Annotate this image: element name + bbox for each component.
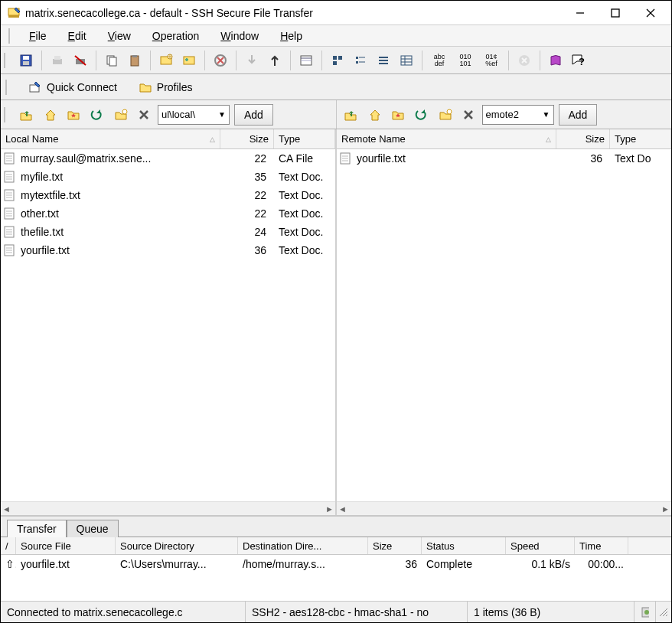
folder-icon (139, 80, 152, 94)
large-icons-icon[interactable] (327, 50, 348, 71)
menu-file[interactable]: File (18, 28, 57, 44)
small-icons-icon[interactable] (350, 50, 371, 71)
col-source-file[interactable]: Source File (16, 537, 116, 554)
transfer-speed: 0.1 kB/s (506, 558, 575, 570)
refresh-icon[interactable] (410, 104, 432, 126)
svg-rect-34 (401, 56, 412, 65)
print-icon[interactable] (47, 50, 68, 71)
file-row[interactable]: thefile.txt24Text Doc. (1, 223, 335, 241)
new-folder-icon[interactable] (110, 104, 132, 126)
col-remote-type[interactable]: Type (610, 129, 671, 148)
col-source-dir[interactable]: Source Directory (116, 537, 238, 554)
svg-point-41 (122, 109, 127, 114)
file-row[interactable]: myfile.txt35Text Doc. (1, 168, 335, 186)
quick-connect-button[interactable]: Quick Connect (20, 77, 126, 98)
ascii-mode-icon[interactable]: abcdef (427, 50, 452, 71)
file-type: Text Doc. (274, 207, 335, 220)
col-speed[interactable]: Speed (506, 537, 575, 554)
delete-icon[interactable] (133, 104, 155, 126)
favorites-icon[interactable] (387, 104, 409, 126)
auto-mode-icon[interactable]: 01¢%ef (479, 50, 504, 71)
delete-icon[interactable] (458, 104, 479, 126)
copy-icon[interactable] (101, 50, 122, 71)
col-status[interactable]: Status (422, 537, 506, 554)
download-icon[interactable] (241, 50, 263, 71)
save-icon[interactable] (15, 50, 37, 71)
col-size[interactable]: Size (368, 537, 422, 554)
menu-operation[interactable]: Operation (142, 28, 210, 44)
up-folder-icon[interactable] (15, 104, 37, 126)
up-folder-icon[interactable] (340, 104, 361, 126)
app-icon (7, 6, 21, 20)
col-dest-dir[interactable]: Destination Dire... (238, 537, 368, 554)
col-local-size[interactable]: Size (220, 129, 274, 148)
details-view-icon[interactable] (295, 50, 317, 71)
transfer-time: 00:00... (575, 558, 628, 570)
file-row[interactable]: other.txt22Text Doc. (1, 204, 335, 223)
home-icon[interactable] (40, 104, 61, 126)
col-direction[interactable]: / (1, 537, 16, 554)
svg-rect-25 (338, 56, 342, 60)
remote-add-button[interactable]: Add (559, 104, 598, 126)
menu-view[interactable]: View (97, 28, 142, 44)
transfer-source-dir: C:\Users\murray... (116, 558, 238, 570)
print-preview-icon[interactable] (70, 50, 91, 71)
col-remote-size[interactable]: Size (556, 129, 610, 148)
remote-panel: Remote Name △ Size Type yourfile.txt36Te… (337, 129, 671, 515)
menu-edit[interactable]: Edit (57, 28, 97, 44)
dropdown-arrow-icon[interactable]: ▼ (541, 110, 552, 119)
resize-grip[interactable] (656, 607, 671, 618)
remote-file-list[interactable]: yourfile.txt36Text Do (337, 149, 671, 501)
col-remote-name[interactable]: Remote Name △ (337, 129, 556, 148)
help-book-icon[interactable] (545, 50, 566, 71)
menu-help[interactable]: Help (269, 28, 313, 44)
file-row[interactable]: yourfile.txt36Text Do (337, 149, 671, 168)
maximize-button[interactable] (598, 2, 633, 24)
close-button[interactable] (633, 2, 668, 24)
details-icon[interactable] (396, 50, 417, 71)
upload-icon[interactable] (264, 50, 285, 71)
transfer-direction-icon: ⇧ (1, 558, 16, 570)
menu-bar: FileEditViewOperationWindowHelp (1, 25, 671, 47)
toolbar-grip[interactable] (8, 28, 12, 44)
file-row[interactable]: mytextfile.txt22Text Doc. (1, 186, 335, 204)
transfer-headers: / Source File Source Directory Destinati… (1, 537, 671, 555)
new-terminal-icon[interactable] (155, 50, 177, 71)
toolbar-grip[interactable] (5, 80, 9, 95)
tab-transfer[interactable]: Transfer (7, 520, 67, 537)
dropdown-arrow-icon[interactable]: ▼ (217, 110, 227, 119)
stop-icon[interactable] (514, 50, 535, 71)
local-file-list[interactable]: murray.saul@matrix.sene...22CA Filemyfil… (1, 149, 335, 501)
transfer-list[interactable]: ⇧yourfile.txtC:\Users\murray.../home/mur… (1, 555, 671, 601)
col-local-name[interactable]: Local Name △ (1, 129, 220, 148)
whats-this-icon[interactable]: ? (568, 50, 589, 71)
new-folder-icon[interactable] (435, 104, 456, 126)
home-icon[interactable] (364, 104, 386, 126)
col-local-type[interactable]: Type (274, 129, 335, 148)
toolbar-grip[interactable] (4, 53, 8, 68)
local-path-combo[interactable]: ul\local\ ▼ (158, 105, 230, 125)
local-scrollbar[interactable]: ◄► (1, 501, 335, 515)
svg-rect-16 (132, 55, 137, 57)
tab-queue[interactable]: Queue (67, 520, 119, 537)
favorites-icon[interactable] (63, 104, 84, 126)
disconnect-icon[interactable] (210, 50, 231, 71)
toolbar-grip[interactable] (4, 107, 8, 122)
new-file-transfer-icon[interactable] (178, 50, 200, 71)
binary-mode-icon[interactable]: 010101 (453, 50, 478, 71)
refresh-icon[interactable] (86, 104, 107, 126)
file-row[interactable]: yourfile.txt36Text Doc. (1, 241, 335, 259)
minimize-button[interactable] (563, 2, 598, 24)
col-time[interactable]: Time (575, 537, 628, 554)
transfer-row[interactable]: ⇧yourfile.txtC:\Users\murray.../home/mur… (1, 555, 671, 573)
menu-window[interactable]: Window (210, 28, 269, 44)
file-row[interactable]: murray.saul@matrix.sene...22CA File (1, 149, 335, 168)
list-view-icon[interactable] (373, 50, 394, 71)
remote-scrollbar[interactable]: ◄► (337, 501, 671, 515)
local-add-button[interactable]: Add (234, 104, 273, 126)
profiles-button[interactable]: Profiles (130, 77, 201, 98)
remote-path-combo[interactable]: emote2 ▼ (482, 105, 554, 125)
svg-rect-3 (612, 9, 619, 17)
paste-icon[interactable] (124, 50, 145, 71)
file-size: 22 (220, 152, 274, 165)
